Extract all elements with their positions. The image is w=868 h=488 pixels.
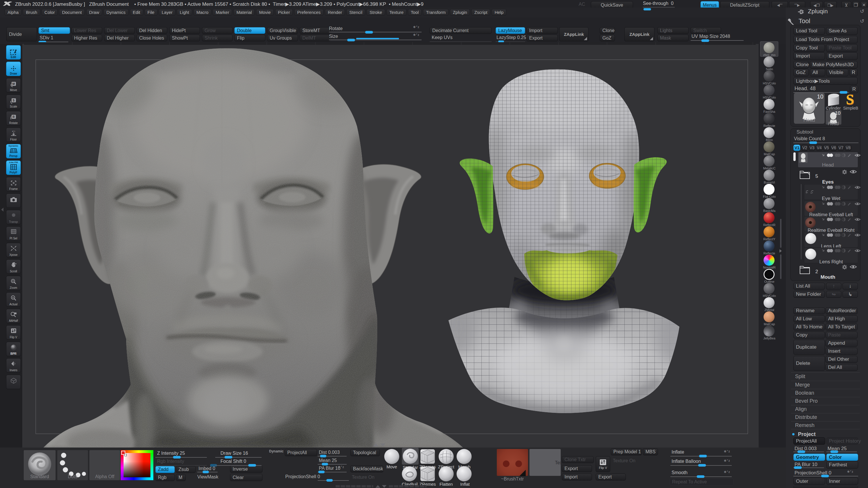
svg-text:S: S	[846, 92, 854, 107]
svg-text:R: R	[12, 116, 15, 119]
svg-text:✻˟z: ✻˟z	[12, 130, 16, 132]
svg-text:M: M	[12, 83, 14, 86]
svg-text:S: S	[12, 99, 14, 102]
